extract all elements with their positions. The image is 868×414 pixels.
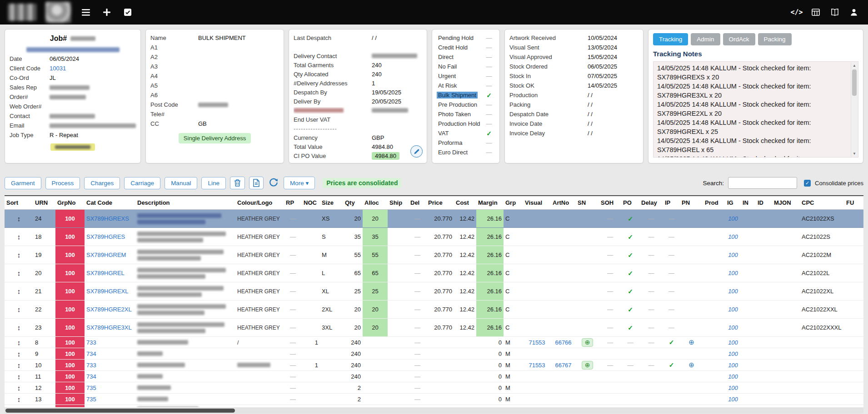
process-button[interactable]: Process (45, 177, 80, 189)
garment-button[interactable]: Garment (5, 177, 41, 189)
flag-row-direct[interactable]: Direct— (437, 52, 495, 62)
charges-button[interactable]: Charges (84, 177, 120, 189)
col-header-colour[interactable]: Colour/Logo (235, 196, 284, 210)
drag-handle-icon[interactable]: ↕ (17, 350, 21, 358)
cat-code-link[interactable]: SX789HGREXL (86, 288, 129, 295)
ig-link[interactable]: 100 (728, 339, 738, 346)
flag-row-proforma[interactable]: Proforma— (437, 138, 495, 148)
book-icon[interactable] (829, 6, 841, 18)
cat-code-link[interactable]: SX789HGREM (86, 251, 126, 258)
col-header-id[interactable]: ID (756, 196, 772, 210)
vertical-scrollbar[interactable]: ▲ ▼ (851, 62, 858, 157)
export-button[interactable] (249, 177, 264, 189)
flag-row-pending-hold[interactable]: Pending Hold— (437, 33, 495, 43)
cat-code-link[interactable]: 734 (86, 373, 96, 380)
drag-handle-icon[interactable]: ↕ (17, 251, 21, 259)
tab-tracking[interactable]: Tracking (653, 33, 688, 45)
delete-button[interactable] (230, 177, 245, 189)
flag-row-no-fail[interactable]: No Fail— (437, 62, 495, 71)
table-row[interactable]: ↕23100SX789HGRE3XLHEATHER GREY—3XL2020—2… (5, 319, 863, 337)
tab-packing[interactable]: Packing (758, 33, 792, 45)
menu-icon[interactable] (80, 6, 92, 18)
flag-row-photo-taken[interactable]: Photo Taken— (437, 109, 495, 119)
ig-link[interactable]: 100 (728, 288, 738, 295)
line-button[interactable]: Line (201, 177, 226, 189)
code-icon[interactable]: </> (791, 6, 803, 18)
table-row[interactable]: 100 (5, 405, 863, 408)
cat-code-link[interactable]: 733 (86, 362, 96, 369)
flag-row-pre-production[interactable]: Pre Production— (437, 100, 495, 109)
refresh-button[interactable] (268, 177, 279, 190)
flag-row-production-hold[interactable]: Production Hold— (437, 119, 495, 128)
artno-link[interactable]: 66766 (555, 339, 571, 346)
drag-handle-icon[interactable]: ↕ (17, 269, 21, 277)
production-allocate-icon[interactable]: ⊕ (688, 361, 694, 369)
cat-code-link[interactable]: 733 (86, 339, 96, 346)
col-header-mjon[interactable]: MJON (772, 196, 800, 210)
cat-code-link[interactable]: SX789HGRE3XL (86, 324, 132, 331)
cat-code-link[interactable]: 735 (86, 396, 96, 403)
drag-handle-icon[interactable]: ↕ (17, 339, 21, 346)
col-header-del[interactable]: Del (409, 196, 426, 210)
drag-handle-icon[interactable]: ↕ (17, 215, 21, 222)
col-header-visual[interactable]: Visual (523, 196, 551, 210)
ig-link[interactable]: 100 (728, 384, 738, 391)
cat-code-link[interactable]: SX789HGRES (86, 233, 125, 240)
consolidate-checkbox[interactable]: ✓ (804, 180, 811, 187)
scrollbar-thumb[interactable] (5, 409, 235, 413)
col-header-pn[interactable]: PN (680, 196, 703, 210)
drag-handle-icon[interactable]: ↕ (17, 306, 21, 313)
scrollbar-thumb[interactable] (852, 69, 857, 96)
cat-code-link[interactable]: 734 (86, 350, 96, 357)
cat-code-link[interactable]: 735 (86, 384, 96, 391)
tracking-notes-box[interactable]: 14/05/2025 14:48 KALLUM - Stock checked … (653, 61, 858, 158)
tab-admin[interactable]: Admin (691, 33, 720, 45)
drag-handle-icon[interactable]: ↕ (17, 373, 21, 380)
ig-link[interactable]: 100 (728, 306, 738, 313)
col-header-alloc[interactable]: Alloc (363, 196, 388, 210)
flag-row-credit-hold[interactable]: Credit Hold— (437, 43, 495, 52)
table-row[interactable]: ↕13100735—2—0M100 (5, 394, 863, 405)
client-name[interactable] (10, 44, 136, 54)
flag-row-euro-direct[interactable]: Euro Direct— (437, 148, 495, 157)
col-header-artno[interactable]: ArtNo (551, 196, 576, 210)
table-row[interactable]: ↕8100733/—1240—0M7155366766⊕———✓⊕100 (5, 337, 863, 348)
drag-handle-icon[interactable]: ↕ (17, 395, 21, 403)
col-header-soh[interactable]: SOH (599, 196, 621, 210)
col-header-cost[interactable]: Cost (454, 196, 476, 210)
table-row[interactable]: ↕24100SX789HGREXSHEATHER GREY—XS2020—20.… (5, 210, 863, 228)
ig-link[interactable]: 100 (728, 233, 738, 240)
col-header-price[interactable]: Price (426, 196, 454, 210)
table-row[interactable]: ↕20100SX789HGRELHEATHER GREY—L6565—20.77… (5, 264, 863, 282)
carriage-button[interactable]: Carriage (124, 177, 160, 189)
scroll-up-icon[interactable]: ▲ (851, 62, 858, 69)
ig-link[interactable]: 100 (728, 362, 738, 369)
cat-code-link[interactable]: SX789HGREL (86, 270, 125, 276)
table-row[interactable]: ↕10100733—1240—0M7155366767⊕———✓⊕100 (5, 360, 863, 371)
stock-allocate-icon[interactable]: ⊕ (582, 361, 594, 370)
user-icon[interactable] (848, 6, 860, 18)
col-header-size[interactable]: Size (320, 196, 343, 210)
col-header-delay[interactable]: Delay (639, 196, 663, 210)
col-header-noc[interactable]: NOC (302, 196, 320, 210)
field-value-link[interactable]: 10031 (50, 65, 66, 72)
visual-link[interactable]: 71553 (529, 362, 545, 369)
col-header-grpno[interactable]: GrpNo (55, 196, 85, 210)
table-row[interactable]: ↕9100734—240—0M100 (5, 348, 863, 360)
col-header-grp[interactable]: Grp (504, 196, 523, 210)
ig-link[interactable]: 100 (728, 373, 738, 380)
horizontal-scrollbar[interactable] (5, 408, 863, 414)
flag-row-bulk-shipment[interactable]: Bulk Shipment✓ (437, 90, 495, 100)
table-row[interactable]: ↕11100734—240—0M100 (5, 371, 863, 382)
col-header-cat[interactable]: Cat Code (85, 196, 135, 210)
col-header-in[interactable]: IN (741, 196, 756, 210)
col-header-ig[interactable]: IG (725, 196, 741, 210)
table-row[interactable]: ↕21100SX789HGREXLHEATHER GREY—XL2525—20.… (5, 282, 863, 301)
table-row[interactable]: ↕12100735—2—0M100 (5, 382, 863, 394)
ig-link[interactable]: 100 (728, 324, 738, 331)
flag-row-at-risk[interactable]: At Risk— (437, 81, 495, 90)
drag-handle-icon[interactable]: ↕ (17, 287, 21, 295)
edit-value-button[interactable] (410, 145, 423, 158)
col-header-fu[interactable]: FU (844, 196, 863, 210)
search-input[interactable] (728, 177, 797, 189)
